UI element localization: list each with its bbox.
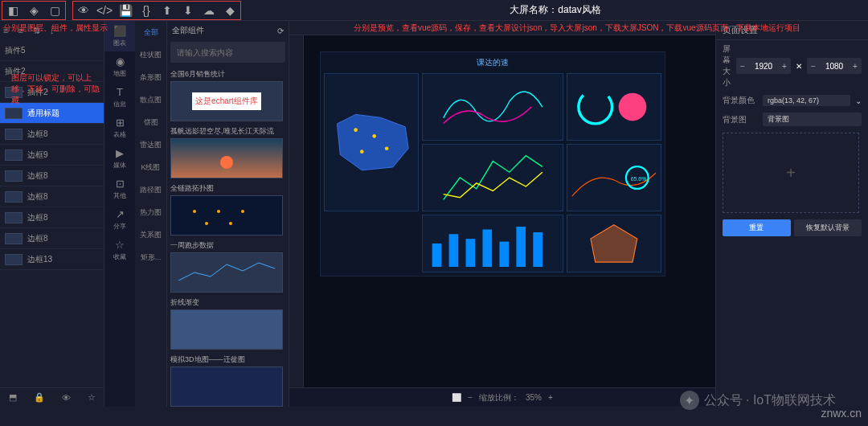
sub-item[interactable]: 矩形... <box>135 246 166 268</box>
dash-map[interactable] <box>324 73 419 211</box>
svg-point-10 <box>579 90 612 124</box>
ruler-vertical <box>289 35 304 387</box>
cat-share[interactable]: ↗分享 <box>104 204 135 235</box>
bgimg-label: 背景图 <box>723 114 758 125</box>
layer-item[interactable]: 边框8 <box>0 186 104 207</box>
view-json-button[interactable]: {} <box>136 2 157 19</box>
svg-rect-18 <box>499 242 509 267</box>
layer-item[interactable]: 插件5 <box>0 40 104 61</box>
download-vue-button[interactable]: ☁ <box>199 2 219 19</box>
import-json-button[interactable]: ⬆ <box>157 2 178 19</box>
sub-item[interactable]: 全部 <box>135 21 166 43</box>
restore-button[interactable]: 恢复默认背景 <box>794 219 862 236</box>
sub-item[interactable]: 路径图 <box>135 178 166 201</box>
sub-item[interactable]: 关系图 <box>135 223 166 246</box>
svg-point-1 <box>193 210 196 213</box>
sub-item[interactable]: 雷达图 <box>135 133 166 156</box>
dashboard-preview[interactable]: 课达的速 65.6% <box>320 51 665 276</box>
map-icon: ◉ <box>116 55 125 68</box>
eye-icon[interactable]: 👁 <box>62 393 71 403</box>
vue-source-button[interactable]: </> <box>94 2 115 19</box>
fit-icon[interactable]: ⬜ <box>452 393 461 402</box>
layer-item[interactable]: 边框8 <box>0 124 104 145</box>
bg-image-dropzone[interactable]: + <box>723 133 859 213</box>
reset-button[interactable]: 重置 <box>723 219 791 236</box>
subcategory-rail: 全部 柱状图 条形图 散点图 饼图 雷达图 K线图 路径图 热力图 关系图 矩形… <box>135 21 167 407</box>
svg-point-11 <box>619 93 647 121</box>
component-card[interactable]: 模拟3D地图——迁徙图 <box>170 353 285 407</box>
cat-media[interactable]: ▶媒体 <box>104 143 135 174</box>
width-input[interactable]: −1920+ <box>736 58 791 74</box>
layer-item[interactable]: 边框8 <box>0 207 104 228</box>
lock-icon[interactable]: 🔒 <box>34 392 45 403</box>
category-rail: ⬛图表 ◉地图 T信息 ⊞表格 ▶媒体 ⊡其他 ↗分享 ☆收藏 <box>104 21 135 407</box>
sub-item[interactable]: 饼图 <box>135 111 166 133</box>
top-toolbar: ◧ ◈ ▢ 👁 </> 💾 {} ⬆ ⬇ ☁ ◆ 大屏名称：datav风格 <box>0 0 868 21</box>
bgimg-input[interactable]: 背景图 <box>763 113 862 126</box>
bgcolor-input[interactable]: rgba(13, 42, 67) <box>763 95 850 106</box>
cat-chart[interactable]: ⬛图表 <box>104 21 135 51</box>
cat-other[interactable]: ⊡其他 <box>104 174 135 204</box>
cat-fav[interactable]: ☆收藏 <box>104 235 135 265</box>
svg-marker-21 <box>591 225 637 262</box>
components-panel: ⬛图表 ◉地图 T信息 ⊞表格 ▶媒体 ⊡其他 ↗分享 ☆收藏 全部 柱状图 条… <box>104 21 289 407</box>
echart-annotation: 这是echart组件库 <box>192 92 261 110</box>
layer-item[interactable]: 边框13 <box>0 249 104 270</box>
component-card[interactable]: 孤帆远影碧空尽,唯见长江天际流 <box>170 125 285 178</box>
layers-footer: ⬒ 🔒 👁 ☆ <box>0 387 104 407</box>
component-card[interactable]: 全链路拓扑图 <box>170 182 285 236</box>
sub-item[interactable]: 热力图 <box>135 201 166 223</box>
tab-all[interactable]: 全部组件 <box>172 25 204 36</box>
component-card[interactable]: 全国6月销售统计 这是echart组件库 <box>170 68 285 121</box>
cat-info[interactable]: T信息 <box>104 82 135 113</box>
cat-table[interactable]: ⊞表格 <box>104 113 135 143</box>
component-card[interactable]: 折线渐变 <box>170 296 285 350</box>
dash-chart-5[interactable] <box>422 215 564 272</box>
group-icon[interactable]: ⬒ <box>9 392 17 403</box>
download-project-button[interactable]: ◆ <box>219 2 240 19</box>
sub-item[interactable]: 条形图 <box>135 66 166 88</box>
dash-chart-4[interactable]: 65.6% <box>567 144 661 211</box>
size-label: 屏幕大小 <box>723 43 731 88</box>
refresh-icon[interactable]: ⟳ <box>277 27 284 35</box>
component-card[interactable]: 一周跑步数据 <box>170 239 285 293</box>
components-toggle[interactable]: ◈ <box>23 2 44 19</box>
layer-item[interactable]: 边框9 <box>0 145 104 166</box>
dash-chart-3[interactable] <box>422 144 564 211</box>
export-json-button[interactable]: ⬇ <box>178 2 199 19</box>
props-toggle[interactable]: ▢ <box>44 2 65 19</box>
dash-chart-1[interactable] <box>422 73 564 141</box>
canvas-footer: ⬜ − 缩放比例： 35% + <box>289 387 715 407</box>
star-icon[interactable]: ☆ <box>88 392 96 403</box>
sub-item[interactable]: K线图 <box>135 156 166 178</box>
zoom-in[interactable]: + <box>548 393 553 402</box>
save-button[interactable]: 💾 <box>115 2 136 19</box>
canvas-area: 课达的速 65.6% <box>289 21 715 407</box>
dash-chart-2[interactable] <box>567 73 661 141</box>
svg-text:65.6%: 65.6% <box>631 176 647 182</box>
sub-item[interactable]: 散点图 <box>135 88 166 111</box>
svg-rect-14 <box>432 244 441 267</box>
sub-item[interactable]: 柱状图 <box>135 43 166 66</box>
cat-map[interactable]: ◉地图 <box>104 51 135 82</box>
chevron-down-icon[interactable]: ⌄ <box>855 96 862 105</box>
height-input[interactable]: −1080+ <box>807 58 862 74</box>
preview-button[interactable]: 👁 <box>73 2 94 19</box>
properties-panel: 页面设置 屏幕大小 −1920+ ✕ −1080+ 背景颜色 rgba(13, … <box>715 21 868 407</box>
annotation-layers: 图层可以锁定，可以上移，下移，可删除，可隐藏 <box>11 72 100 106</box>
play-icon: ▶ <box>116 147 124 159</box>
svg-point-0 <box>220 156 233 169</box>
zoom-out[interactable]: − <box>468 393 473 402</box>
svg-rect-17 <box>482 230 492 268</box>
layers-toggle[interactable]: ◧ <box>2 2 23 19</box>
search-input[interactable] <box>170 42 285 63</box>
zoom-label: 缩放比例： <box>479 392 519 403</box>
table-icon: ⊞ <box>116 117 125 129</box>
svg-point-2 <box>217 210 220 213</box>
layer-item[interactable]: 边框8 <box>0 166 104 186</box>
dash-chart-6[interactable] <box>567 215 661 272</box>
canvas-viewport[interactable]: 课达的速 65.6% <box>304 35 715 387</box>
layer-item[interactable]: 边框8 <box>0 228 104 249</box>
zoom-value[interactable]: 35% <box>526 393 542 402</box>
star-icon: ☆ <box>115 239 125 251</box>
